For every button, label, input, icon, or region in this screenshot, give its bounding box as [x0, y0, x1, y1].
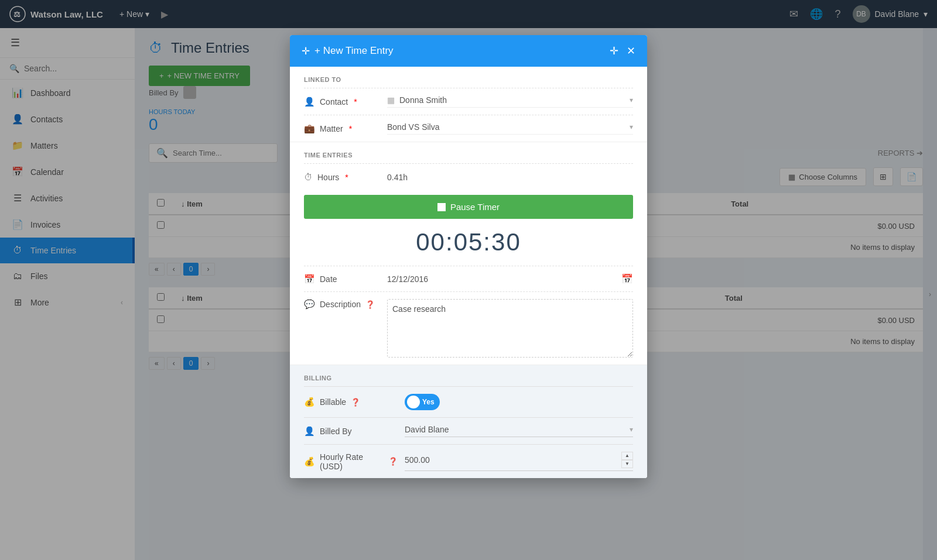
- timer-display: 00:05:30: [304, 224, 633, 266]
- person-icon: 👤: [304, 97, 315, 107]
- hourly-rate-label-wrap: 💰 Hourly Rate (USD) ❓: [304, 452, 398, 471]
- matter-row: 💼 Matter * Bond VS Silva ▾: [304, 115, 633, 142]
- hours-row: ⏱ Hours * 0.41h: [304, 163, 633, 190]
- billed-by-value: David Blane: [405, 425, 630, 434]
- modal-title: ✛ + New Time Entry: [302, 45, 394, 57]
- billable-toggle-wrapper[interactable]: Yes: [405, 394, 633, 410]
- billed-by-select-wrap[interactable]: David Blane ▾: [405, 425, 633, 437]
- linked-to-section: LINKED TO 👤 Contact * ▦ Donna Smith ▾: [290, 67, 647, 142]
- hours-label-wrap: ⏱ Hours *: [304, 172, 380, 182]
- hourly-rate-input[interactable]: [405, 455, 621, 465]
- calendar-icon-modal: 📅: [304, 274, 315, 284]
- hourly-rate-value-wrapper[interactable]: ▲ ▼: [405, 452, 633, 471]
- coin-icon: 💰: [304, 456, 315, 467]
- modal-close-icon[interactable]: ✕: [627, 44, 635, 57]
- hourly-rate-help-icon[interactable]: ❓: [388, 457, 398, 466]
- date-picker-icon[interactable]: 📅: [621, 273, 633, 284]
- modal-header: ✛ + New Time Entry ✛ ✕: [290, 35, 647, 67]
- required-asterisk-2: *: [349, 124, 352, 133]
- toggle-knob: [407, 396, 420, 408]
- billed-by-label-wrap: 👤 Billed By: [304, 426, 398, 437]
- modal-expand-icon[interactable]: ✛: [610, 44, 618, 57]
- date-row: 📅 Date 12/12/2016 📅: [304, 266, 633, 291]
- date-label-wrap: 📅 Date: [304, 274, 380, 284]
- card-icon: ▦: [387, 95, 395, 105]
- stop-icon: [437, 203, 446, 211]
- hourly-rate-input-wrap[interactable]: ▲ ▼: [405, 452, 633, 471]
- billable-row: 💰 Billable ❓ Yes: [304, 386, 633, 417]
- rate-up-button[interactable]: ▲: [621, 452, 633, 460]
- description-help-icon[interactable]: ❓: [365, 300, 375, 309]
- billable-label-wrap: 💰 Billable ❓: [304, 397, 398, 407]
- pause-timer-button[interactable]: Pause Timer: [304, 195, 633, 219]
- required-asterisk: *: [354, 97, 357, 106]
- billable-toggle[interactable]: Yes: [405, 394, 440, 410]
- time-entries-section: TIME ENTRIES ⏱ Hours * 0.41h Pause Timer…: [290, 142, 647, 365]
- dropdown-arrow-icon: ▾: [630, 96, 633, 104]
- matter-value-wrapper[interactable]: Bond VS Silva ▾: [387, 122, 633, 135]
- matter-value: Bond VS Silva: [387, 122, 630, 132]
- contact-select-wrapper[interactable]: ▦ Donna Smith ▾: [387, 95, 633, 108]
- billing-section: BILLING 💰 Billable ❓ Yes 👤: [290, 365, 647, 478]
- rate-spinners: ▲ ▼: [621, 452, 633, 468]
- rate-down-button[interactable]: ▼: [621, 460, 633, 468]
- money-icon: 💰: [304, 397, 315, 407]
- billed-by-dropdown-arrow: ▾: [630, 425, 633, 434]
- contact-row: 👤 Contact * ▦ Donna Smith ▾: [304, 88, 633, 115]
- modal-overlay: ✛ + New Time Entry ✛ ✕ LINKED TO 👤 Conta…: [0, 0, 937, 560]
- required-asterisk-3: *: [345, 173, 348, 182]
- matter-select-wrapper[interactable]: Bond VS Silva ▾: [387, 122, 633, 135]
- matter-label: 💼 Matter *: [304, 123, 380, 134]
- contact-value-wrapper[interactable]: ▦ Donna Smith ▾: [387, 95, 633, 108]
- hours-value: 0.41h: [387, 173, 408, 182]
- contact-value: Donna Smith: [399, 95, 630, 105]
- billable-help-icon[interactable]: ❓: [351, 398, 360, 407]
- modal-actions: ✛ ✕: [610, 44, 635, 57]
- description-textarea[interactable]: Case research: [387, 299, 633, 358]
- clock-icon: ⏱: [304, 172, 313, 182]
- desc-label-wrap: 💬 Description ❓: [304, 299, 380, 310]
- hourly-rate-row: 💰 Hourly Rate (USD) ❓ ▲ ▼: [304, 444, 633, 478]
- new-time-entry-modal: ✛ + New Time Entry ✛ ✕ LINKED TO 👤 Conta…: [290, 35, 647, 478]
- briefcase-icon: 💼: [304, 123, 315, 134]
- billed-by-billing-row: 👤 Billed By David Blane ▾: [304, 417, 633, 444]
- description-row: 💬 Description ❓ Case research: [304, 291, 633, 365]
- date-value: 12/12/2016: [387, 274, 614, 284]
- toggle-label: Yes: [422, 398, 435, 406]
- contact-label: 👤 Contact *: [304, 97, 380, 107]
- comment-icon: 💬: [304, 299, 315, 310]
- matter-dropdown-arrow-icon: ▾: [630, 123, 633, 131]
- billed-by-value-wrapper[interactable]: David Blane ▾: [405, 425, 633, 437]
- person-billing-icon: 👤: [304, 426, 315, 437]
- plus-icon: ✛: [302, 45, 310, 57]
